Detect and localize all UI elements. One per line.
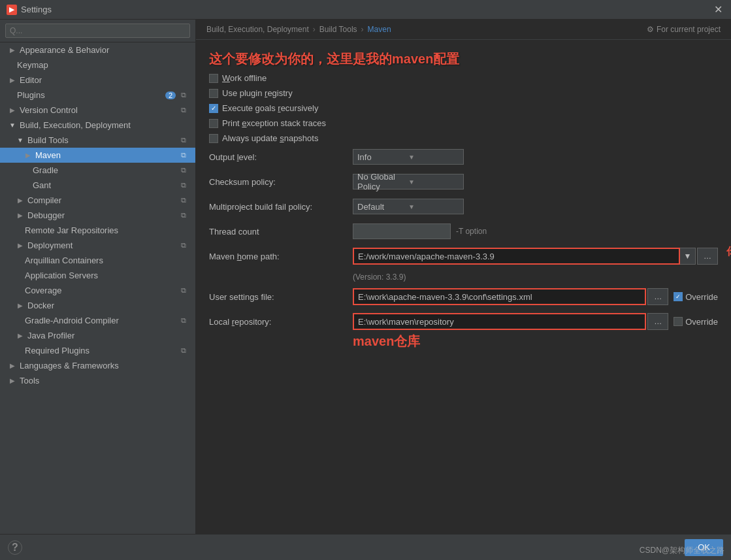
use-plugin-registry-label: Use plugin registry — [222, 88, 293, 98]
always-update-label: Always update snapshots — [222, 133, 318, 143]
work-offline-checkbox[interactable] — [209, 74, 218, 83]
copy-icon-gant: ⧉ — [181, 181, 190, 190]
multiproject-row: Multiproject build fail policy: Default … — [209, 198, 718, 215]
maven-home-browse-btn[interactable]: … — [697, 248, 718, 265]
sidebar-item-gradle-android[interactable]: Gradle-Android Compiler⧉ — [0, 313, 195, 328]
maven-home-label: Maven home path: — [209, 252, 353, 261]
always-update-checkbox[interactable] — [209, 134, 218, 143]
sidebar-label-plugins: Plugins — [17, 90, 165, 100]
sidebar-item-build-tools[interactable]: ▼Build Tools⧉ — [0, 133, 195, 148]
breadcrumb-sep-2: › — [361, 25, 364, 34]
print-exception-checkbox[interactable] — [209, 119, 218, 128]
nav-arrow-languages-frameworks: ▶ — [8, 361, 17, 371]
breadcrumb-part-2: Build Tools — [319, 25, 357, 34]
work-offline-label: Work offline — [222, 73, 267, 83]
checksum-policy-select[interactable]: No Global Policy ▼ — [353, 174, 464, 189]
sidebar-item-editor[interactable]: ▶Editor — [0, 73, 195, 88]
breadcrumb-project: ⚙ For current project — [647, 25, 721, 34]
sidebar-item-appearance[interactable]: ▶Appearance & Behavior — [0, 42, 195, 58]
sidebar-item-tools[interactable]: ▶Tools — [0, 373, 195, 388]
copy-icon-maven: ⧉ — [181, 151, 190, 160]
user-settings-override-label: Override — [685, 292, 718, 302]
nav-arrow-debugger: ▶ — [16, 211, 25, 220]
form-content: 这个要修改为你的，这里是我的maven配置 Work offline Use p… — [196, 40, 731, 534]
sidebar-item-gant[interactable]: Gant⧉ — [0, 178, 195, 193]
copy-icon-version-control: ⧉ — [181, 106, 190, 115]
sidebar-label-arquillian: Arquillian Containers — [25, 255, 190, 265]
copy-icon-deployment: ⧉ — [181, 241, 190, 250]
sidebar-label-app-servers: Application Servers — [25, 271, 190, 280]
app-icon: ▶ — [7, 5, 17, 15]
local-repo-input[interactable] — [353, 313, 646, 330]
thread-count-input[interactable] — [353, 223, 451, 239]
sidebar: ▶Appearance & BehaviorKeymap▶EditorPlugi… — [0, 20, 196, 534]
version-note: (Version: 3.3.9) — [209, 272, 718, 282]
close-button[interactable]: ✕ — [711, 3, 724, 16]
local-repo-override-checkbox[interactable] — [674, 317, 683, 326]
sidebar-item-compiler[interactable]: ▶Compiler⧉ — [0, 193, 195, 208]
nav-arrow-tools: ▶ — [8, 376, 17, 386]
multiproject-select[interactable]: Default ▼ — [353, 199, 464, 214]
checksum-policy-value: No Global Policy — [357, 172, 408, 191]
breadcrumb: Build, Execution, Deployment › Build Too… — [196, 20, 731, 40]
output-level-row: Output level: Info ▼ — [209, 148, 718, 165]
sidebar-item-arquillian[interactable]: Arquillian Containers — [0, 253, 195, 268]
user-settings-override-checkbox[interactable] — [674, 292, 683, 301]
local-repo-label: Local repository: — [209, 317, 353, 327]
sidebar-item-version-control[interactable]: ▶Version Control⧉ — [0, 103, 195, 118]
sidebar-item-debugger[interactable]: ▶Debugger⧉ — [0, 208, 195, 223]
sidebar-label-appearance: Appearance & Behavior — [20, 45, 190, 55]
execute-goals-checkbox[interactable] — [209, 104, 218, 113]
search-input[interactable] — [5, 24, 190, 38]
sidebar-label-keymap: Keymap — [17, 60, 190, 70]
sidebar-label-remote-jar: Remote Jar Repositories — [25, 225, 190, 235]
sidebar-label-tools: Tools — [20, 376, 190, 386]
checksum-policy-label: Checksum policy: — [209, 177, 353, 187]
checksum-policy-arrow: ▼ — [408, 178, 459, 186]
search-box — [0, 20, 195, 42]
window-title: Settings — [21, 5, 52, 14]
sidebar-item-languages-frameworks[interactable]: ▶Languages & Frameworks — [0, 358, 195, 373]
sidebar-item-remote-jar[interactable]: Remote Jar Repositories — [0, 223, 195, 238]
sidebar-item-required-plugins[interactable]: Required Plugins⧉ — [0, 343, 195, 358]
sidebar-label-debugger: Debugger — [27, 210, 178, 220]
output-level-select[interactable]: Info ▼ — [353, 149, 464, 165]
use-plugin-registry-checkbox[interactable] — [209, 89, 218, 98]
multiproject-label: Multiproject build fail policy: — [209, 202, 353, 212]
print-exception-label: Print exception stack traces — [222, 118, 326, 128]
sidebar-item-app-servers[interactable]: Application Servers — [0, 268, 195, 283]
sidebar-item-gradle[interactable]: Gradle⧉ — [0, 163, 195, 178]
checksum-policy-row: Checksum policy: No Global Policy ▼ — [209, 173, 718, 190]
local-repo-browse-btn[interactable]: … — [647, 313, 668, 330]
annotation-repo: maven仓库 — [353, 333, 420, 350]
local-repo-override: Override — [674, 317, 718, 327]
sidebar-item-deployment[interactable]: ▶Deployment⧉ — [0, 238, 195, 253]
user-settings-browse-btn[interactable]: … — [647, 288, 668, 305]
local-repo-override-label: Override — [685, 317, 718, 327]
sidebar-item-plugins[interactable]: Plugins2⧉ — [0, 88, 195, 103]
maven-home-input[interactable] — [353, 248, 680, 265]
sidebar-label-languages-frameworks: Languages & Frameworks — [20, 361, 190, 371]
sidebar-label-java-profiler: Java Profiler — [27, 331, 190, 340]
multiproject-arrow: ▼ — [408, 203, 459, 210]
main-container: ▶Appearance & BehaviorKeymap▶EditorPlugi… — [0, 20, 731, 534]
sidebar-item-coverage[interactable]: Coverage⧉ — [0, 283, 195, 298]
nav-arrow-editor: ▶ — [8, 76, 17, 85]
bottom-bar: ? OK CSDN@架构师全栈之路 — [0, 534, 731, 560]
always-update-row: Always update snapshots — [209, 133, 718, 143]
copy-icon-plugins: ⧉ — [181, 91, 190, 100]
copy-icon-required-plugins: ⧉ — [181, 346, 190, 355]
sidebar-item-maven[interactable]: ▶Maven⧉ — [0, 148, 195, 163]
user-settings-input[interactable] — [353, 288, 646, 305]
help-button[interactable]: ? — [8, 540, 22, 555]
maven-home-dropdown-btn[interactable]: ▼ — [680, 248, 696, 265]
user-settings-row: User settings file: … Override 对应配置文件 — [209, 288, 718, 305]
thread-count-row: Thread count -T option — [209, 223, 718, 240]
sidebar-item-java-profiler[interactable]: ▶Java Profiler — [0, 328, 195, 343]
sidebar-item-docker[interactable]: ▶Docker — [0, 298, 195, 313]
sidebar-item-keymap[interactable]: Keymap — [0, 58, 195, 73]
nav-arrow-docker: ▶ — [16, 301, 25, 310]
thread-count-label: Thread count — [209, 227, 353, 237]
sidebar-item-build-execution-deployment[interactable]: ▼Build, Execution, Deployment — [0, 118, 195, 133]
sidebar-label-gradle-android: Gradle-Android Compiler — [25, 316, 178, 325]
